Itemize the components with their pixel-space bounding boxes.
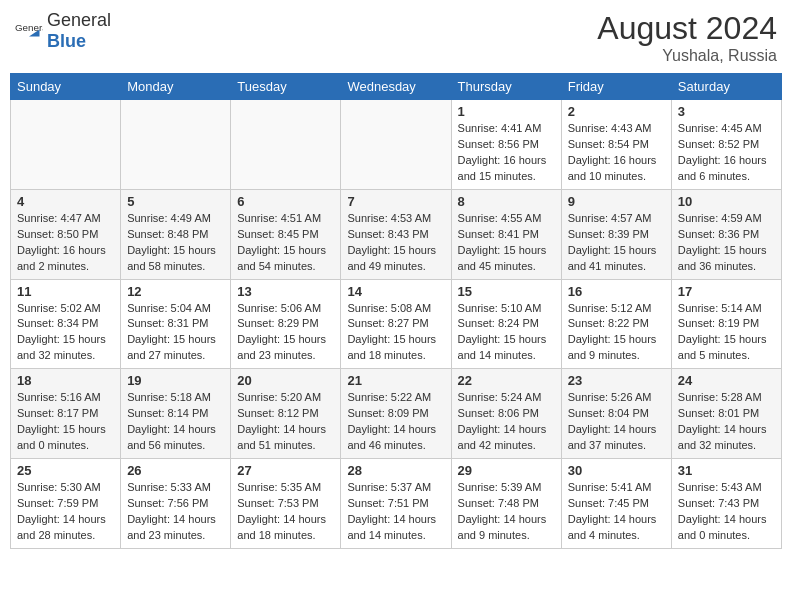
day-number: 23 <box>568 373 665 388</box>
calendar-cell <box>341 100 451 190</box>
calendar-cell <box>121 100 231 190</box>
day-number: 27 <box>237 463 334 478</box>
day-info: Sunrise: 4:45 AMSunset: 8:52 PMDaylight:… <box>678 121 775 185</box>
day-info: Sunrise: 5:02 AMSunset: 8:34 PMDaylight:… <box>17 301 114 365</box>
weekday-header-row: SundayMondayTuesdayWednesdayThursdayFrid… <box>11 74 782 100</box>
weekday-header-thursday: Thursday <box>451 74 561 100</box>
day-number: 16 <box>568 284 665 299</box>
calendar-cell: 29Sunrise: 5:39 AMSunset: 7:48 PMDayligh… <box>451 459 561 549</box>
calendar-cell: 3Sunrise: 4:45 AMSunset: 8:52 PMDaylight… <box>671 100 781 190</box>
day-info: Sunrise: 5:08 AMSunset: 8:27 PMDaylight:… <box>347 301 444 365</box>
day-info: Sunrise: 4:59 AMSunset: 8:36 PMDaylight:… <box>678 211 775 275</box>
day-info: Sunrise: 5:06 AMSunset: 8:29 PMDaylight:… <box>237 301 334 365</box>
calendar-cell <box>231 100 341 190</box>
day-info: Sunrise: 5:10 AMSunset: 8:24 PMDaylight:… <box>458 301 555 365</box>
day-number: 7 <box>347 194 444 209</box>
calendar-cell: 16Sunrise: 5:12 AMSunset: 8:22 PMDayligh… <box>561 279 671 369</box>
day-number: 9 <box>568 194 665 209</box>
day-info: Sunrise: 5:24 AMSunset: 8:06 PMDaylight:… <box>458 390 555 454</box>
day-number: 22 <box>458 373 555 388</box>
day-info: Sunrise: 5:28 AMSunset: 8:01 PMDaylight:… <box>678 390 775 454</box>
day-number: 24 <box>678 373 775 388</box>
calendar-table: SundayMondayTuesdayWednesdayThursdayFrid… <box>10 73 782 549</box>
calendar-cell: 5Sunrise: 4:49 AMSunset: 8:48 PMDaylight… <box>121 189 231 279</box>
day-number: 12 <box>127 284 224 299</box>
day-info: Sunrise: 5:14 AMSunset: 8:19 PMDaylight:… <box>678 301 775 365</box>
day-number: 3 <box>678 104 775 119</box>
calendar-cell: 23Sunrise: 5:26 AMSunset: 8:04 PMDayligh… <box>561 369 671 459</box>
calendar-week-2: 4Sunrise: 4:47 AMSunset: 8:50 PMDaylight… <box>11 189 782 279</box>
calendar-cell: 4Sunrise: 4:47 AMSunset: 8:50 PMDaylight… <box>11 189 121 279</box>
day-info: Sunrise: 5:41 AMSunset: 7:45 PMDaylight:… <box>568 480 665 544</box>
day-number: 28 <box>347 463 444 478</box>
day-info: Sunrise: 5:16 AMSunset: 8:17 PMDaylight:… <box>17 390 114 454</box>
day-number: 30 <box>568 463 665 478</box>
calendar-week-4: 18Sunrise: 5:16 AMSunset: 8:17 PMDayligh… <box>11 369 782 459</box>
calendar-cell: 26Sunrise: 5:33 AMSunset: 7:56 PMDayligh… <box>121 459 231 549</box>
day-number: 20 <box>237 373 334 388</box>
day-number: 21 <box>347 373 444 388</box>
calendar-week-1: 1Sunrise: 4:41 AMSunset: 8:56 PMDaylight… <box>11 100 782 190</box>
calendar-cell: 2Sunrise: 4:43 AMSunset: 8:54 PMDaylight… <box>561 100 671 190</box>
calendar-cell: 13Sunrise: 5:06 AMSunset: 8:29 PMDayligh… <box>231 279 341 369</box>
title-block: August 2024 Yushala, Russia <box>597 10 777 65</box>
day-info: Sunrise: 4:43 AMSunset: 8:54 PMDaylight:… <box>568 121 665 185</box>
calendar-cell: 31Sunrise: 5:43 AMSunset: 7:43 PMDayligh… <box>671 459 781 549</box>
day-number: 2 <box>568 104 665 119</box>
month-year: August 2024 <box>597 10 777 47</box>
calendar-cell: 20Sunrise: 5:20 AMSunset: 8:12 PMDayligh… <box>231 369 341 459</box>
day-number: 8 <box>458 194 555 209</box>
day-number: 18 <box>17 373 114 388</box>
calendar-cell: 24Sunrise: 5:28 AMSunset: 8:01 PMDayligh… <box>671 369 781 459</box>
calendar-cell: 25Sunrise: 5:30 AMSunset: 7:59 PMDayligh… <box>11 459 121 549</box>
day-info: Sunrise: 4:57 AMSunset: 8:39 PMDaylight:… <box>568 211 665 275</box>
calendar-cell: 1Sunrise: 4:41 AMSunset: 8:56 PMDaylight… <box>451 100 561 190</box>
calendar-cell: 22Sunrise: 5:24 AMSunset: 8:06 PMDayligh… <box>451 369 561 459</box>
calendar-cell: 14Sunrise: 5:08 AMSunset: 8:27 PMDayligh… <box>341 279 451 369</box>
logo: General General Blue <box>15 10 111 52</box>
calendar-cell: 30Sunrise: 5:41 AMSunset: 7:45 PMDayligh… <box>561 459 671 549</box>
calendar-cell: 21Sunrise: 5:22 AMSunset: 8:09 PMDayligh… <box>341 369 451 459</box>
day-info: Sunrise: 5:30 AMSunset: 7:59 PMDaylight:… <box>17 480 114 544</box>
logo-icon: General <box>15 17 43 45</box>
weekday-header-friday: Friday <box>561 74 671 100</box>
page-header: General General Blue August 2024 Yushala… <box>10 10 782 65</box>
calendar-cell <box>11 100 121 190</box>
location: Yushala, Russia <box>597 47 777 65</box>
day-info: Sunrise: 5:20 AMSunset: 8:12 PMDaylight:… <box>237 390 334 454</box>
calendar-cell: 15Sunrise: 5:10 AMSunset: 8:24 PMDayligh… <box>451 279 561 369</box>
calendar-cell: 12Sunrise: 5:04 AMSunset: 8:31 PMDayligh… <box>121 279 231 369</box>
weekday-header-tuesday: Tuesday <box>231 74 341 100</box>
day-number: 17 <box>678 284 775 299</box>
day-number: 13 <box>237 284 334 299</box>
day-number: 14 <box>347 284 444 299</box>
calendar-week-3: 11Sunrise: 5:02 AMSunset: 8:34 PMDayligh… <box>11 279 782 369</box>
day-number: 10 <box>678 194 775 209</box>
calendar-cell: 9Sunrise: 4:57 AMSunset: 8:39 PMDaylight… <box>561 189 671 279</box>
day-info: Sunrise: 4:51 AMSunset: 8:45 PMDaylight:… <box>237 211 334 275</box>
day-number: 1 <box>458 104 555 119</box>
day-number: 26 <box>127 463 224 478</box>
calendar-cell: 10Sunrise: 4:59 AMSunset: 8:36 PMDayligh… <box>671 189 781 279</box>
day-number: 19 <box>127 373 224 388</box>
day-info: Sunrise: 5:04 AMSunset: 8:31 PMDaylight:… <box>127 301 224 365</box>
calendar-cell: 27Sunrise: 5:35 AMSunset: 7:53 PMDayligh… <box>231 459 341 549</box>
day-info: Sunrise: 4:53 AMSunset: 8:43 PMDaylight:… <box>347 211 444 275</box>
day-info: Sunrise: 4:49 AMSunset: 8:48 PMDaylight:… <box>127 211 224 275</box>
day-info: Sunrise: 5:22 AMSunset: 8:09 PMDaylight:… <box>347 390 444 454</box>
calendar-cell: 18Sunrise: 5:16 AMSunset: 8:17 PMDayligh… <box>11 369 121 459</box>
day-info: Sunrise: 5:12 AMSunset: 8:22 PMDaylight:… <box>568 301 665 365</box>
weekday-header-saturday: Saturday <box>671 74 781 100</box>
day-number: 25 <box>17 463 114 478</box>
day-info: Sunrise: 4:55 AMSunset: 8:41 PMDaylight:… <box>458 211 555 275</box>
calendar-week-5: 25Sunrise: 5:30 AMSunset: 7:59 PMDayligh… <box>11 459 782 549</box>
day-number: 29 <box>458 463 555 478</box>
calendar-cell: 17Sunrise: 5:14 AMSunset: 8:19 PMDayligh… <box>671 279 781 369</box>
logo-general: General <box>47 10 111 30</box>
day-info: Sunrise: 5:37 AMSunset: 7:51 PMDaylight:… <box>347 480 444 544</box>
calendar-cell: 11Sunrise: 5:02 AMSunset: 8:34 PMDayligh… <box>11 279 121 369</box>
day-info: Sunrise: 5:35 AMSunset: 7:53 PMDaylight:… <box>237 480 334 544</box>
calendar-cell: 28Sunrise: 5:37 AMSunset: 7:51 PMDayligh… <box>341 459 451 549</box>
weekday-header-monday: Monday <box>121 74 231 100</box>
day-number: 6 <box>237 194 334 209</box>
